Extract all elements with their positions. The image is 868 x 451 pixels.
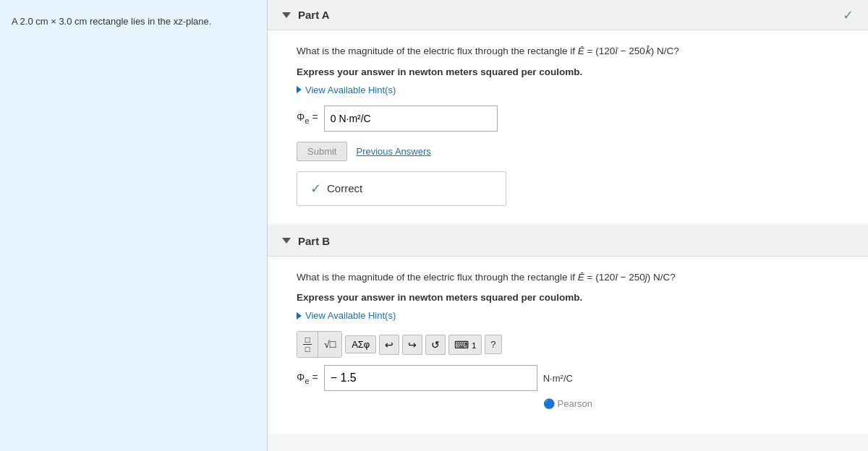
undo-icon: ↩ — [385, 339, 393, 351]
sidebar-description: A 2.0 cm × 3.0 cm rectangle lies in the … — [12, 16, 211, 27]
part-a-collapse-icon — [282, 12, 291, 18]
part-b-title: Part B — [298, 235, 330, 247]
refresh-button[interactable]: ↺ — [425, 335, 446, 355]
part-a-body: What is the magnitude of the electric fl… — [268, 30, 868, 223]
part-b-phi-label: Φe = — [297, 371, 318, 385]
part-a-correct-check-icon: ✓ — [310, 181, 321, 197]
part-a-hint-arrow-icon — [297, 86, 302, 93]
part-b-express: Express your answer in newton meters squ… — [297, 292, 839, 303]
part-b-header[interactable]: Part B — [268, 226, 868, 257]
redo-button[interactable]: ↪ — [402, 335, 422, 355]
part-a-submit-button[interactable]: Submit — [297, 142, 347, 161]
part-a-phi-label: Φe = — [297, 111, 318, 125]
fraction-button[interactable]: □□ — [297, 332, 318, 357]
math-toolbar-group: □□ √□ — [297, 331, 342, 358]
undo-button[interactable]: ↩ — [379, 335, 399, 355]
part-b-answer-input[interactable] — [324, 365, 537, 391]
redo-icon: ↪ — [408, 339, 417, 351]
part-a-correct-label: Correct — [327, 182, 362, 194]
part-a-check-icon: ✓ — [843, 7, 854, 23]
part-b-section: Part B What is the magnitude of the elec… — [268, 226, 868, 434]
part-a-header[interactable]: Part A ✓ — [268, 0, 868, 30]
keyboard-button[interactable]: ⌨ 1 — [448, 335, 482, 355]
part-b-hint-arrow-icon — [297, 312, 302, 319]
help-button[interactable]: ? — [485, 335, 501, 354]
refresh-icon: ↺ — [431, 339, 440, 351]
sqrt-button[interactable]: √□ — [318, 332, 341, 357]
sidebar: A 2.0 cm × 3.0 cm rectangle lies in the … — [0, 0, 268, 451]
part-b-body: What is the magnitude of the electric fl… — [268, 257, 868, 434]
part-b-collapse-icon — [282, 238, 291, 244]
part-a-express: Express your answer in newton meters squ… — [297, 66, 839, 77]
part-a-section: Part A ✓ What is the magnitude of the el… — [268, 0, 868, 223]
part-b-unit-label: N·m²/C — [543, 373, 573, 384]
keyboard-icon: ⌨ — [454, 339, 469, 351]
part-a-answer-row: Φe = — [297, 106, 839, 132]
main-content: Part A ✓ What is the magnitude of the el… — [268, 0, 868, 451]
part-a-hint-link[interactable]: View Available Hint(s) — [297, 85, 839, 95]
part-a-correct-box: ✓ Correct — [297, 171, 506, 206]
part-a-answer-input[interactable] — [324, 106, 498, 132]
part-a-title: Part A — [298, 9, 330, 21]
part-b-toolbar: □□ √□ ΑΣφ ↩ ↪ ↺ — [297, 331, 839, 358]
part-a-question: What is the magnitude of the electric fl… — [297, 43, 839, 59]
part-a-submit-row: Submit Previous Answers — [297, 142, 839, 161]
pearson-footer: 🔵 Pearson — [297, 391, 839, 416]
part-a-prev-answers-link[interactable]: Previous Answers — [356, 146, 430, 157]
part-b-hint-link[interactable]: View Available Hint(s) — [297, 310, 839, 321]
part-b-answer-row: Φe = N·m²/C — [297, 365, 839, 391]
part-b-question: What is the magnitude of the electric fl… — [297, 270, 839, 285]
symbol-button[interactable]: ΑΣφ — [345, 335, 376, 353]
